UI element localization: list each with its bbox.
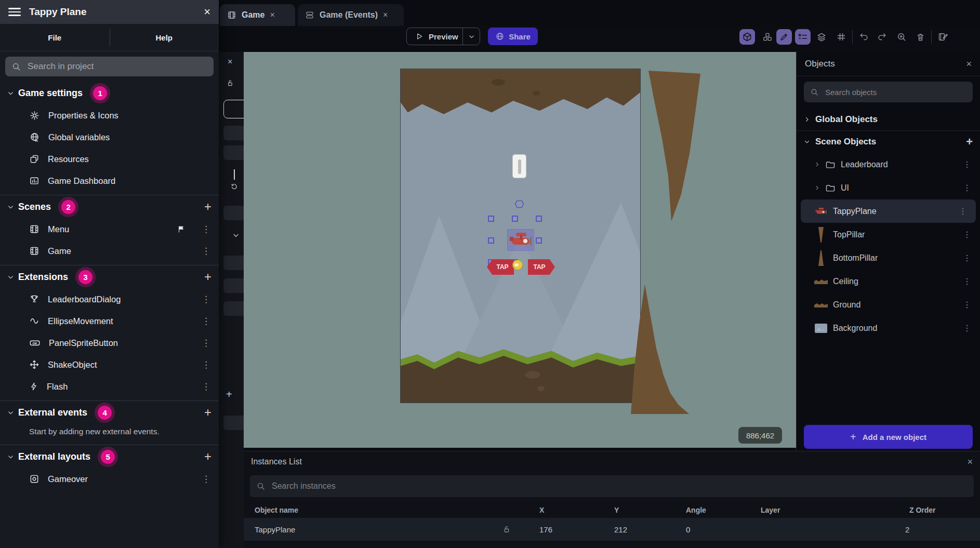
section-extensions[interactable]: Extensions 3 +: [0, 265, 219, 288]
object-row-toppillar[interactable]: TopPillar ⋮: [797, 223, 980, 246]
chevron-down-icon[interactable]: [232, 232, 240, 239]
delete-button[interactable]: [912, 29, 928, 45]
object-row-leaderboard[interactable]: Leaderboard ⋮: [797, 153, 980, 176]
item-scene-game[interactable]: Game ⋮: [0, 240, 219, 262]
ui-counter-widget[interactable]: [512, 154, 526, 178]
objects-panel-close-icon[interactable]: ×: [966, 59, 972, 70]
instance-angle[interactable]: 0: [686, 525, 690, 534]
layers-button[interactable]: [814, 29, 829, 45]
top-pillar-instance[interactable]: [648, 71, 700, 221]
item-properties-icons[interactable]: Properties & Icons: [0, 104, 219, 126]
column-y[interactable]: Y: [614, 506, 619, 514]
item-scene-menu[interactable]: Menu ⋮: [0, 218, 219, 240]
tab-game-close-icon[interactable]: ×: [270, 10, 274, 20]
item-resources[interactable]: Resources: [0, 148, 219, 170]
rotate-icon[interactable]: [230, 183, 238, 191]
kebab-menu-icon[interactable]: ⋮: [194, 246, 219, 257]
kebab-menu-icon[interactable]: ⋮: [194, 359, 219, 370]
kebab-menu-icon[interactable]: ⋮: [194, 474, 219, 485]
tab-game-events[interactable]: Game (Events) ×: [298, 4, 404, 26]
preview-dropdown-button[interactable]: [463, 33, 480, 40]
lock-icon[interactable]: [226, 79, 234, 87]
kebab-menu-icon[interactable]: ⋮: [963, 276, 980, 286]
instance-y[interactable]: 212: [614, 525, 627, 534]
edit-scene-properties-button[interactable]: [935, 29, 951, 45]
kebab-menu-icon[interactable]: ⋮: [194, 338, 219, 349]
plus-icon[interactable]: +: [226, 389, 232, 400]
column-layer[interactable]: Layer: [761, 506, 780, 514]
tap-sign-right[interactable]: TAP: [528, 259, 555, 275]
kebab-menu-icon[interactable]: ⋮: [963, 230, 980, 239]
tab-game[interactable]: Game ×: [220, 4, 295, 26]
object-row-bottompillar[interactable]: BottomPillar ⋮: [797, 246, 980, 270]
kebab-menu-icon[interactable]: ⋮: [959, 206, 976, 216]
resize-handle[interactable]: [488, 216, 494, 222]
project-search[interactable]: [5, 57, 214, 76]
instance-z-order[interactable]: 2: [905, 525, 909, 534]
bird-sprite[interactable]: [512, 260, 523, 270]
column-object-name[interactable]: Object name: [255, 506, 298, 514]
item-extension-leaderboarddialog[interactable]: LeaderboardDialog ⋮: [0, 288, 219, 310]
grid-button[interactable]: [833, 29, 849, 45]
kebab-menu-icon[interactable]: ⋮: [963, 300, 980, 310]
project-search-input[interactable]: [27, 61, 207, 72]
panel-close-icon[interactable]: ×: [228, 57, 232, 66]
add-object-plus-icon[interactable]: +: [966, 135, 973, 149]
item-external-layout-gameover[interactable]: Gameover ⋮: [0, 468, 219, 490]
objects-search-input[interactable]: [824, 87, 966, 97]
tap-sign-left[interactable]: TAP: [487, 259, 514, 275]
kebab-menu-icon[interactable]: ⋮: [963, 253, 980, 263]
section-external-layouts[interactable]: External layouts 5 +: [0, 445, 219, 468]
instances-search-input[interactable]: [271, 481, 968, 491]
resize-handle[interactable]: [512, 216, 518, 222]
instance-row-tappyplane[interactable]: TappyPlane 176 212 0 2: [244, 518, 980, 541]
object-row-background[interactable]: Background ⋮: [797, 316, 980, 340]
instances-list-close-icon[interactable]: ×: [967, 457, 973, 467]
object-row-tappyplane[interactable]: TappyPlane ⋮: [801, 199, 976, 223]
toggle-objects-panel-button[interactable]: [739, 29, 755, 45]
add-new-object-button[interactable]: + Add a new object: [804, 425, 973, 449]
resize-handle[interactable]: [536, 216, 542, 222]
scene-editor-canvas[interactable]: TAP TAP 886;462: [244, 52, 796, 448]
item-extension-shakeobject[interactable]: ShakeObject ⋮: [0, 354, 219, 376]
item-game-dashboard[interactable]: Game Dashboard: [0, 170, 219, 192]
undo-button[interactable]: [856, 29, 872, 45]
add-external-event-plus-icon[interactable]: +: [204, 405, 211, 420]
add-external-layout-plus-icon[interactable]: +: [204, 449, 211, 464]
scene-objects-header[interactable]: Scene Objects +: [797, 131, 980, 153]
zoom-button[interactable]: [894, 29, 909, 45]
kebab-menu-icon[interactable]: ⋮: [194, 224, 219, 235]
add-scene-plus-icon[interactable]: +: [204, 199, 211, 214]
unlock-icon[interactable]: [502, 525, 511, 534]
tappy-plane-instance[interactable]: [508, 230, 534, 250]
instances-search[interactable]: [250, 475, 974, 497]
item-extension-flash[interactable]: Flash ⋮: [0, 376, 219, 397]
item-extension-panelspritebutton[interactable]: OK PanelSpriteButton ⋮: [0, 332, 219, 354]
add-extension-plus-icon[interactable]: +: [204, 270, 211, 284]
rotation-handle-icon[interactable]: [514, 199, 524, 208]
resize-handle[interactable]: [488, 237, 494, 244]
column-angle[interactable]: Angle: [686, 506, 706, 514]
resize-handle[interactable]: [536, 237, 542, 244]
section-external-events[interactable]: External events 4 +: [0, 401, 219, 424]
item-extension-ellipsemovement[interactable]: EllipseMovement ⋮: [0, 310, 219, 332]
kebab-menu-icon[interactable]: ⋮: [194, 294, 219, 305]
global-objects-header[interactable]: Global Objects: [797, 109, 980, 130]
object-row-ceiling[interactable]: Ceiling ⋮: [797, 270, 980, 293]
menu-file[interactable]: File: [0, 33, 110, 42]
toggle-instances-panel-button[interactable]: [760, 29, 775, 45]
objects-search[interactable]: [804, 82, 973, 102]
drawer-close-icon[interactable]: ×: [204, 5, 210, 19]
toggle-instances-list-button[interactable]: [795, 29, 811, 45]
share-button[interactable]: Share: [488, 28, 538, 45]
kebab-menu-icon[interactable]: ⋮: [194, 316, 219, 327]
redo-button[interactable]: [874, 29, 890, 45]
kebab-menu-icon[interactable]: ⋮: [963, 183, 980, 193]
kebab-menu-icon[interactable]: ⋮: [963, 159, 980, 169]
section-game-settings[interactable]: Game settings 1: [0, 82, 219, 104]
column-x[interactable]: X: [539, 506, 544, 514]
object-row-ui[interactable]: UI ⋮: [797, 176, 980, 199]
tab-game-events-close-icon[interactable]: ×: [383, 10, 388, 20]
menu-help[interactable]: Help: [110, 33, 219, 42]
hamburger-menu-icon[interactable]: [8, 6, 21, 18]
